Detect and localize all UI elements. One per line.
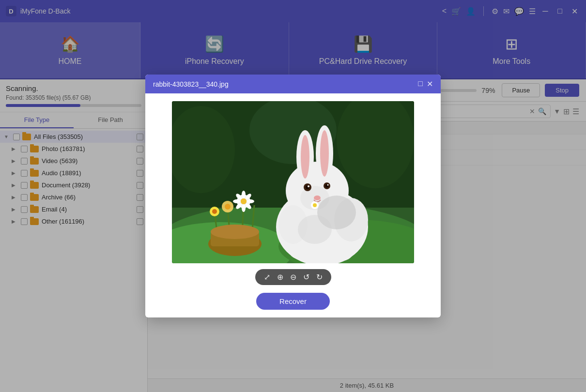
- modal-body: ⤢ ⊕ ⊖ ↺ ↻ Recover: [145, 93, 441, 317]
- svg-point-35: [320, 130, 329, 177]
- svg-point-51: [298, 215, 332, 244]
- image-preview: [172, 101, 414, 263]
- svg-point-16: [242, 191, 246, 198]
- svg-point-24: [241, 198, 247, 204]
- rotate-right-icon[interactable]: ↻: [316, 272, 323, 282]
- svg-point-45: [313, 203, 317, 207]
- fullscreen-icon[interactable]: ⤢: [264, 272, 270, 282]
- svg-point-43: [314, 196, 321, 200]
- svg-point-33: [301, 135, 309, 179]
- svg-point-49: [325, 246, 353, 261]
- modal-maximize-button[interactable]: □: [418, 79, 423, 89]
- modal-close-button[interactable]: ✕: [427, 79, 433, 89]
- modal-header-buttons: □ ✕: [418, 79, 433, 89]
- svg-point-39: [308, 185, 309, 187]
- svg-point-48: [289, 242, 316, 260]
- image-preview-modal: rabbit-4303823__340.jpg □ ✕: [145, 75, 441, 317]
- svg-point-26: [212, 209, 217, 214]
- modal-overlay: rabbit-4303823__340.jpg □ ✕: [0, 0, 586, 392]
- zoom-in-icon[interactable]: ⊕: [277, 272, 283, 282]
- image-toolbar: ⤢ ⊕ ⊖ ↺ ↻: [255, 269, 331, 285]
- svg-point-18: [233, 199, 241, 203]
- zoom-out-icon[interactable]: ⊖: [290, 272, 296, 282]
- svg-point-13: [225, 204, 231, 210]
- modal-recover-button[interactable]: Recover: [256, 293, 330, 310]
- svg-point-19: [247, 199, 254, 203]
- modal-header: rabbit-4303823__340.jpg □ ✕: [145, 75, 441, 93]
- svg-point-29: [211, 225, 259, 239]
- svg-point-42: [327, 184, 329, 186]
- rotate-left-icon[interactable]: ↺: [303, 272, 309, 282]
- modal-filename: rabbit-4303823__340.jpg: [153, 80, 229, 88]
- svg-point-17: [242, 204, 246, 212]
